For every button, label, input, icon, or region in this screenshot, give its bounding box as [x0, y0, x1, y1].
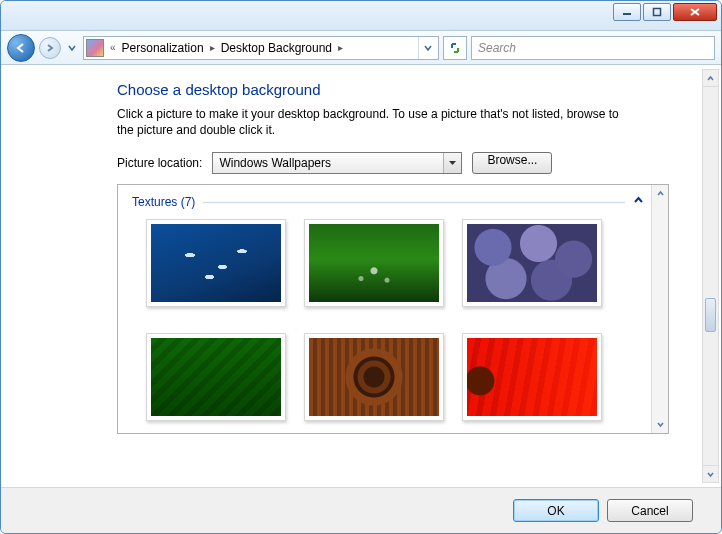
arrow-right-icon: [45, 43, 55, 53]
wallpaper-thumbnail[interactable]: [304, 333, 444, 421]
chevron-left-icon: «: [108, 42, 118, 53]
window-controls: [613, 3, 717, 21]
address-bar[interactable]: « Personalization ▸ Desktop Background ▸: [83, 36, 439, 60]
breadcrumb-personalization[interactable]: Personalization: [120, 41, 206, 55]
arrow-left-icon: [14, 41, 28, 55]
thumbnail-image: [467, 224, 597, 302]
minimize-button[interactable]: [613, 3, 641, 21]
thumbnail-image: [151, 338, 281, 416]
window-frame: « Personalization ▸ Desktop Background ▸: [0, 0, 722, 534]
breadcrumb-desktop-background[interactable]: Desktop Background: [219, 41, 334, 55]
picture-location-row: Picture location: Windows Wallpapers Bro…: [117, 152, 701, 174]
refresh-icon: [448, 41, 462, 55]
wallpaper-thumbnail[interactable]: [146, 219, 286, 307]
thumbnail-image: [467, 338, 597, 416]
picture-location-value: Windows Wallpapers: [219, 156, 331, 170]
picture-location-label: Picture location:: [117, 156, 202, 170]
chevron-down-icon: [706, 470, 715, 479]
group-header-textures[interactable]: Textures (7): [132, 195, 644, 209]
search-box[interactable]: [471, 36, 715, 60]
scroll-up-button[interactable]: [703, 70, 718, 87]
refresh-button[interactable]: [443, 36, 467, 60]
scroll-down-button[interactable]: [703, 465, 718, 482]
thumbnail-image: [151, 224, 281, 302]
title-bar: [1, 1, 721, 31]
forward-button[interactable]: [39, 37, 61, 59]
navigation-bar: « Personalization ▸ Desktop Background ▸: [1, 31, 721, 65]
search-input[interactable]: [476, 40, 710, 56]
dialog-footer: OK Cancel: [1, 487, 721, 533]
ok-button-label: OK: [547, 504, 564, 518]
wallpaper-thumbnail[interactable]: [304, 219, 444, 307]
maximize-icon: [652, 7, 662, 17]
picture-location-select[interactable]: Windows Wallpapers: [212, 152, 462, 174]
recent-locations-button[interactable]: [65, 41, 79, 55]
thumbnail-grid: [132, 219, 644, 421]
page-title: Choose a desktop background: [117, 81, 701, 98]
divider: [203, 202, 625, 203]
wallpaper-gallery: Textures (7): [117, 184, 669, 434]
maximize-button[interactable]: [643, 3, 671, 21]
chevron-up-icon: [706, 74, 715, 83]
select-dropdown-button[interactable]: [443, 153, 461, 173]
ok-button[interactable]: OK: [513, 499, 599, 522]
chevron-up-icon: [633, 195, 644, 206]
chevron-down-icon: [656, 420, 665, 429]
gallery-scrollbar[interactable]: [651, 185, 668, 433]
wallpaper-thumbnail[interactable]: [462, 333, 602, 421]
chevron-down-icon: [423, 43, 433, 53]
page-description: Click a picture to make it your desktop …: [117, 106, 637, 138]
wallpaper-thumbnail[interactable]: [146, 333, 286, 421]
chevron-down-icon: [448, 159, 457, 168]
back-button[interactable]: [7, 34, 35, 62]
svg-rect-1: [654, 9, 661, 16]
chevron-down-icon: [67, 43, 77, 53]
cancel-button[interactable]: Cancel: [607, 499, 693, 522]
content-area: Choose a desktop background Click a pict…: [1, 65, 721, 487]
browse-button[interactable]: Browse...: [472, 152, 552, 174]
close-icon: [689, 7, 701, 17]
thumbnail-image: [309, 224, 439, 302]
thumbnail-image: [309, 338, 439, 416]
group-label: Textures (7): [132, 195, 195, 209]
page-scrollbar[interactable]: [702, 69, 719, 483]
collapse-group-button[interactable]: [633, 195, 644, 209]
breadcrumb: « Personalization ▸ Desktop Background ▸: [108, 41, 345, 55]
close-button[interactable]: [673, 3, 717, 21]
chevron-right-icon: ▸: [208, 42, 217, 53]
cancel-button-label: Cancel: [631, 504, 668, 518]
scrollbar-thumb[interactable]: [705, 298, 716, 332]
wallpaper-thumbnail[interactable]: [462, 219, 602, 307]
location-icon: [86, 39, 104, 57]
minimize-icon: [622, 7, 632, 17]
browse-button-label: Browse...: [487, 153, 537, 167]
address-dropdown-button[interactable]: [418, 37, 436, 59]
chevron-up-icon: [656, 189, 665, 198]
scroll-up-button[interactable]: [652, 185, 668, 202]
chevron-right-icon: ▸: [336, 42, 345, 53]
scroll-down-button[interactable]: [652, 416, 668, 433]
